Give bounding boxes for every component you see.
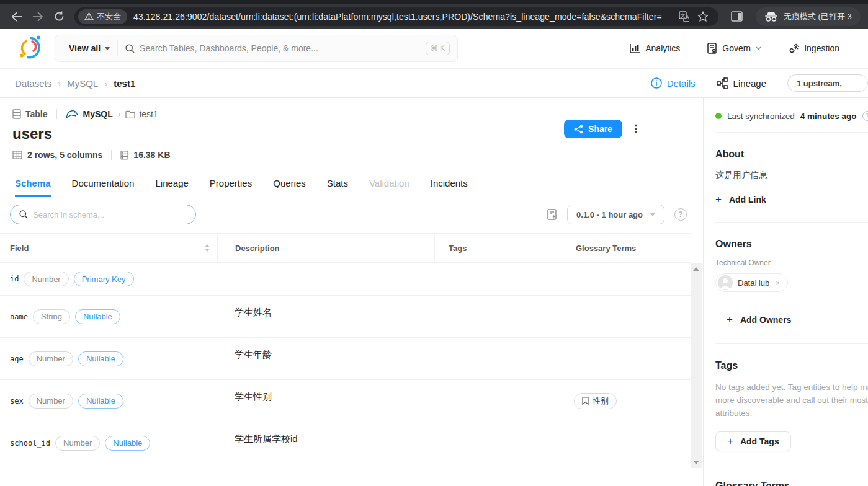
tab-lineage[interactable]: Lineage [155, 178, 188, 197]
details-toggle[interactable]: Details [651, 77, 696, 89]
details-label: Details [667, 78, 696, 89]
incognito-badge[interactable]: 无痕模式 (已打开 3 [756, 7, 861, 26]
bookmark-star-icon[interactable] [694, 9, 712, 25]
help-icon[interactable]: ? [674, 208, 687, 221]
lineage-graph-icon [717, 77, 728, 89]
field-tags[interactable] [434, 338, 562, 379]
nullable-pill: Nullable [78, 394, 123, 409]
govern-doc-icon [707, 43, 717, 54]
container-link[interactable]: test1 [125, 109, 158, 119]
add-link-button[interactable]: + Add Link [715, 193, 868, 206]
about-text: 这是用户信息 [715, 170, 868, 181]
table-scrollbar[interactable] [691, 263, 702, 468]
type-pill: Number [29, 351, 73, 366]
field-terms[interactable] [562, 422, 691, 464]
field-terms[interactable] [562, 296, 691, 337]
more-options-menu[interactable]: ⋮ [627, 119, 645, 139]
remove-owner-icon[interactable]: × [776, 279, 779, 286]
mysql-platform-icon [66, 110, 78, 118]
upstream-count-badge[interactable]: 1 upstream, [787, 74, 868, 92]
field-description[interactable]: 学生所属学校id [217, 422, 434, 464]
global-search-input[interactable] [140, 43, 421, 53]
about-section: About 这是用户信息 + Add Link [715, 149, 868, 206]
reload-icon[interactable] [48, 7, 69, 26]
datahub-logo[interactable] [17, 33, 43, 63]
analytics-chart-icon [630, 43, 640, 53]
folder-icon [125, 110, 135, 118]
field-tags[interactable] [434, 296, 562, 337]
sync-help-icon[interactable]: ? [862, 111, 868, 121]
field-name: school_id [10, 439, 50, 448]
nav-govern[interactable]: Govern [707, 43, 761, 54]
tab-properties[interactable]: Properties [210, 178, 252, 197]
breadcrumb-datasets[interactable]: Datasets [15, 78, 51, 89]
field-description[interactable]: 学生性别 [217, 380, 434, 422]
doc-person-icon [547, 209, 557, 220]
breadcrumb: Datasets MySQL test1 [15, 78, 135, 89]
breadcrumb-mysql[interactable]: MySQL [67, 78, 98, 89]
add-owners-label: Add Owners [740, 315, 791, 325]
field-terms[interactable] [562, 263, 691, 295]
field-description[interactable]: 学生姓名 [217, 296, 434, 337]
avatar [718, 275, 733, 290]
reload-arrow-icon [54, 11, 65, 22]
schema-search-input[interactable] [33, 210, 187, 219]
forward-arrow-icon [32, 12, 43, 22]
security-chip[interactable]: 不安全 [78, 9, 127, 24]
forward-icon[interactable] [27, 7, 48, 26]
owner-pill[interactable]: DataHub × [715, 273, 788, 292]
share-button[interactable]: Share [564, 120, 622, 138]
app-header: View all ⌘ K Analytics Govern Ingestion [0, 29, 868, 68]
warning-triangle-icon [84, 12, 94, 20]
side-panel-icon[interactable] [727, 9, 746, 25]
owner-name[interactable]: DataHub [738, 278, 769, 288]
url-text[interactable]: 43.128.21.26:9002/dataset/urn:li:dataset… [133, 12, 675, 22]
browser-tab-strip [0, 0, 868, 4]
tab-stats[interactable]: Stats [327, 178, 348, 197]
field-tags[interactable] [434, 263, 562, 295]
last-synchronized-row: Last synchronized 4 minutes ago ? [715, 111, 868, 121]
view-mode-switcher: Details Lineage 1 upstream, [651, 74, 868, 92]
table-row-sex[interactable]: sex Number Nullable 学生性别 性别 [0, 380, 691, 422]
field-terms[interactable] [562, 338, 691, 379]
tab-queries[interactable]: Queries [273, 178, 306, 197]
lineage-label: Lineage [733, 78, 766, 89]
translate-glyph-icon: 文A [679, 11, 690, 22]
chevron-down-icon [756, 46, 761, 50]
url-bar[interactable]: 不安全 43.128.21.26:9002/dataset/urn:li:dat… [74, 7, 718, 26]
tab-documentation[interactable]: Documentation [72, 178, 135, 197]
nav-ingestion[interactable]: Ingestion [789, 43, 839, 54]
field-name: id [10, 275, 19, 283]
back-icon[interactable] [6, 7, 27, 26]
field-description[interactable] [217, 263, 434, 295]
browser-chrome: 不安全 43.128.21.26:9002/dataset/urn:li:dat… [0, 0, 868, 29]
nav-analytics[interactable]: Analytics [630, 43, 680, 53]
table-row-name[interactable]: name String Nullable 学生姓名 [0, 296, 691, 338]
glossary-term-pill[interactable]: 性别 [574, 393, 617, 409]
nav-ingestion-label: Ingestion [804, 43, 839, 53]
add-owners-button[interactable]: + Add Owners [727, 314, 868, 326]
sort-icon[interactable] [205, 244, 210, 252]
view-all-dropdown[interactable]: View all [61, 40, 118, 56]
field-tags[interactable] [434, 422, 562, 464]
tab-schema[interactable]: Schema [15, 178, 51, 197]
table-row-id[interactable]: id Number Primary Key [0, 263, 691, 296]
schema-search-box [10, 205, 196, 224]
table-row-age[interactable]: age Number Nullable 学生年龄 [0, 338, 691, 380]
sync-status-dot [715, 113, 722, 119]
scroll-up-icon[interactable] [693, 267, 699, 271]
scroll-down-icon[interactable] [693, 461, 699, 464]
schema-version-select[interactable]: 0.1.0 - 1 hour ago [567, 205, 664, 224]
blame-view-icon[interactable] [547, 209, 557, 220]
add-tags-button[interactable]: + Add Tags [715, 431, 791, 451]
field-tags[interactable] [434, 380, 562, 422]
tab-incidents[interactable]: Incidents [431, 178, 468, 197]
translate-icon[interactable]: 文A [675, 9, 694, 25]
field-description[interactable]: 学生年龄 [217, 338, 434, 379]
glossary-terms-section: Glossary Terms No terms added yet. Apply… [715, 480, 868, 486]
breadcrumb-test1[interactable]: test1 [114, 78, 135, 89]
lineage-toggle[interactable]: Lineage [717, 77, 766, 89]
divider [715, 343, 868, 344]
table-row-school-id[interactable]: school_id Number Nullable 学生所属学校id [0, 422, 691, 464]
platform-name[interactable]: MySQL [83, 109, 113, 119]
